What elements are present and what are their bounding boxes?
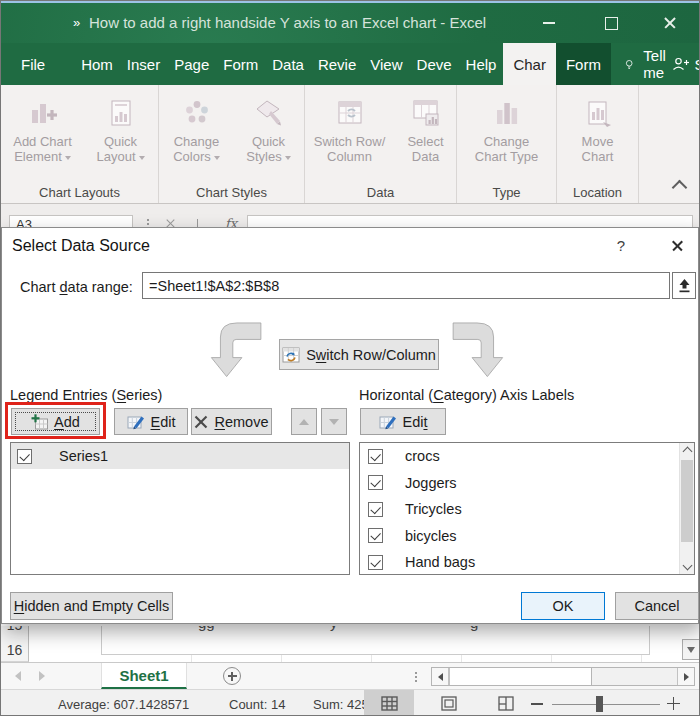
nav-left-icon [15,671,21,681]
tab-help[interactable]: Help [459,43,504,85]
add-series-button[interactable]: Add [11,408,100,435]
category-list-item[interactable]: bicycles [360,523,694,550]
quick-access-expand-icon[interactable]: » [73,15,80,30]
dialog-close-button[interactable] [662,232,692,259]
zoom-out-button[interactable] [531,703,543,705]
move-chart-icon [583,92,613,134]
category-label: Joggers [405,475,457,491]
series-checkbox[interactable] [17,449,32,464]
group-location: Move Chart Location [557,85,639,203]
formula-input[interactable] [247,215,693,227]
remove-series-button[interactable]: Remove [191,408,272,435]
move-series-down-button[interactable] [321,408,347,435]
tell-me-label: Tell me [643,47,672,81]
category-checkbox[interactable] [368,449,383,464]
group-label: Chart Styles [159,185,304,200]
category-list-scrollbar[interactable] [679,443,694,574]
edit-axis-label: Edit [403,414,428,430]
hidden-empty-cells-button[interactable]: Hidden and Empty Cells [10,592,173,620]
switch-row-column-icon [282,346,300,364]
change-colors-icon [182,92,212,134]
page-layout-view-button[interactable] [426,690,472,716]
group-data: Switch Row/ Column Select Data Data [305,85,457,203]
sheet-tab-bar: Sheet1 [1,662,699,689]
collapse-dialog-button[interactable] [672,272,696,299]
tab-formulas[interactable]: Form [216,43,265,85]
tab-page-layout[interactable]: Page [167,43,216,85]
zoom-in-button[interactable] [667,697,680,710]
scroll-right-button[interactable] [677,668,694,685]
category-list-item[interactable]: Tricycles [360,496,694,523]
category-list-item[interactable]: crocs [360,443,694,470]
scrollbar-thumb[interactable] [681,460,693,542]
page-break-view-button[interactable] [483,690,529,716]
check-icon [371,477,381,487]
category-label: crocs [405,448,440,464]
tab-data[interactable]: Data [265,43,311,85]
scroll-left-button[interactable] [432,668,449,685]
embedded-chart-bottom-edge[interactable]: gg y g [101,626,650,655]
scroll-down-icon[interactable] [683,561,693,571]
tab-file[interactable]: File [6,43,60,85]
close-button[interactable] [647,3,693,43]
dialog-help-button[interactable]: ? [606,232,636,259]
tell-me-box[interactable]: Tell me [624,43,673,85]
normal-view-button[interactable] [364,690,414,716]
enter-entry-icon[interactable] [197,219,198,227]
maximize-button[interactable] [588,3,634,43]
category-checkbox[interactable] [368,528,383,543]
minimize-button[interactable] [526,3,572,43]
ok-button[interactable]: OK [521,592,605,620]
minimize-icon [543,22,555,24]
category-label: Tricycles [405,501,462,517]
category-checkbox[interactable] [368,502,383,517]
dropdown-caret-icon [65,156,71,160]
cancel-button[interactable]: Cancel [615,592,699,620]
share-label: Sh [694,56,700,73]
switch-row-column-label: Switch Row/Column [306,347,436,363]
sheet-nav-left-button[interactable] [15,671,21,681]
vertical-scrollbar-down-button[interactable] [682,639,700,660]
tab-home[interactable]: Hom [74,43,120,85]
horizontal-scrollbar[interactable] [431,667,695,686]
ribbon-spacer [639,85,699,203]
insert-function-icon[interactable]: fx [225,216,237,227]
tab-review[interactable]: Revie [311,43,363,85]
name-box[interactable]: A3 [9,215,133,227]
switch-row-column-dialog-button[interactable]: Switch Row/Column [279,339,439,370]
row-header-16[interactable]: 16 [1,638,29,662]
collapse-ribbon-button[interactable] [674,182,685,193]
edit-axis-labels-button[interactable]: Edit [360,408,446,435]
tab-insert[interactable]: Inser [120,43,167,85]
tab-chart-design-active[interactable]: Char [503,43,556,85]
row-header-15[interactable]: 15 [1,626,29,638]
sheet-tab-sheet1[interactable]: Sheet1 [101,663,187,689]
zoom-slider-track[interactable] [552,704,660,706]
collapse-range-icon [678,278,691,293]
chart-data-range-input[interactable]: =Sheet1!$A$2:$B$8 [142,272,670,299]
scrollbar-thumb[interactable] [449,668,592,685]
category-checkbox[interactable] [368,475,383,490]
edit-series-button[interactable]: Edit [114,408,188,435]
group-label: Chart Layouts [1,185,158,200]
ribbon: Add Chart Element Quick Layout Chart Lay… [1,85,699,204]
tab-developer[interactable]: Deve [410,43,459,85]
status-average: Average: 607.1428571 [58,697,189,712]
move-series-up-button[interactable] [291,408,317,435]
person-add-icon [672,57,689,72]
tab-view[interactable]: View [363,43,409,85]
tab-bar-resize-handle[interactable] [415,670,417,684]
tab-format[interactable]: Form [556,43,611,85]
category-checkbox[interactable] [368,555,383,570]
category-list-item[interactable]: Joggers [360,470,694,497]
sheet-nav-right-button[interactable] [39,671,45,681]
series-list-item[interactable]: Series1 [11,443,349,469]
status-count: Count: 14 [229,697,285,712]
zoom-slider-thumb[interactable] [596,696,603,712]
scroll-up-icon[interactable] [682,447,692,457]
dropdown-caret-icon [285,156,291,160]
category-list-item[interactable]: Hand bags [360,549,694,576]
quick-layout-icon [107,92,135,134]
new-sheet-button[interactable] [223,667,241,685]
share-button[interactable]: Sh > [672,43,700,85]
